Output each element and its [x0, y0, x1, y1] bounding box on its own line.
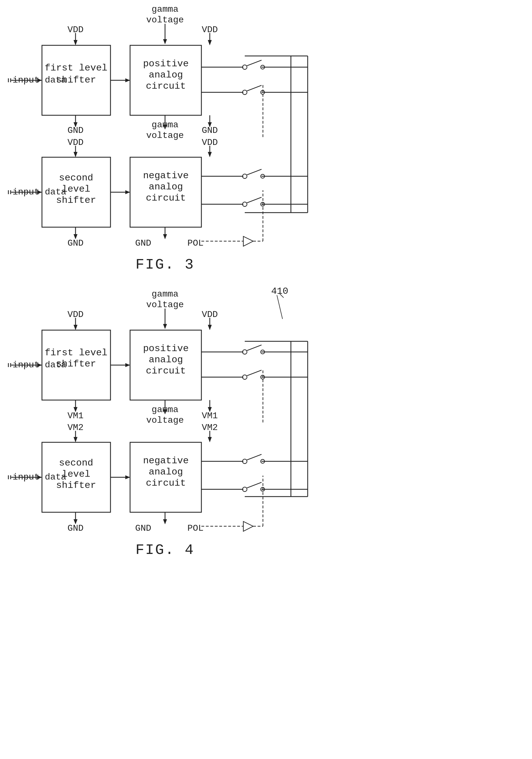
nac-text1: negative [143, 170, 189, 181]
vm1-label-pac: VM1 [202, 411, 218, 421]
gamma-voltage-label-fig4-pos2: voltage [146, 300, 184, 310]
switch-line-fig3-4 [247, 197, 261, 203]
gnd-label-fls: GND [67, 125, 84, 136]
arrow-vm2-nac [208, 437, 212, 442]
nac2-text1: negative [143, 456, 189, 466]
arrow-gamma-fig3-pos [163, 39, 167, 44]
nac-text2: analog [149, 181, 183, 192]
nac-text3: circuit [146, 193, 186, 203]
gnd-label-sls2: GND [67, 523, 84, 534]
pac-text2: analog [149, 70, 183, 80]
switch-line-fig3-2 [247, 85, 261, 91]
switch-line-fig4-3 [247, 454, 261, 460]
pac2-text1: positive [143, 343, 189, 354]
arrow-fls-to-pac [125, 78, 130, 82]
fls2-text1: first level [45, 347, 107, 358]
gamma-voltage-mid-label2: voltage [146, 130, 184, 141]
arrow-gnd-nac2 [163, 519, 167, 524]
gnd-label-nac2: GND [135, 523, 151, 534]
pol-buffer-fig4 [243, 521, 253, 531]
pac2-text2: analog [149, 354, 183, 365]
arrow-vdd-fig4-fls [74, 325, 77, 330]
pol-label-fig3: POL [187, 238, 204, 249]
arrow-gamma-fig4-pos [163, 324, 167, 329]
arrow-gnd-nac [163, 234, 167, 239]
arrow-vdd-sls [74, 152, 77, 157]
gnd-label-sls: GND [67, 238, 84, 249]
arrow-vdd-fls [74, 40, 77, 45]
positive-analog-circuit-box [130, 45, 201, 115]
gamma-voltage-mid-label-fig4-2: voltage [146, 415, 184, 425]
nac2-text2: analog [149, 467, 183, 477]
nac2-text3: circuit [146, 478, 186, 489]
svg-line-38 [277, 295, 283, 319]
gnd-label-nac: GND [135, 238, 151, 249]
pol-buffer-fig3 [243, 236, 253, 246]
pol-label-fig4: POL [187, 523, 204, 534]
ref-410: 410 [271, 286, 288, 297]
gamma-voltage-label-fig3-pos: gamma [152, 4, 178, 15]
fig3-label: FIG. 3 [135, 257, 194, 273]
arrow-vdd-pac [208, 40, 212, 45]
page: gamma voltage VDD VDD first level shifte… [0, 0, 532, 759]
arrow-sls-to-nac [125, 190, 130, 194]
positive-analog-circuit-box-fig4 [130, 330, 201, 400]
arrow-sls2-to-nac2 [125, 475, 130, 479]
pac-text1: positive [143, 59, 189, 69]
arrow-vm2-sls [74, 437, 77, 442]
negative-analog-circuit-box [130, 157, 201, 227]
vm1-label-fls: VM1 [67, 411, 84, 421]
switch-line-fig4-2 [247, 370, 261, 376]
fig4-label: FIG. 4 [135, 542, 194, 558]
switch-line-fig4-4 [247, 482, 261, 488]
gamma-voltage-label-fig4-pos: gamma [152, 289, 178, 300]
switch-line-fig3-1 [247, 60, 261, 66]
pac-text3: circuit [146, 81, 186, 92]
gnd-label-pac: GND [202, 125, 218, 136]
sls2-text1: second [59, 458, 93, 468]
switch-line-fig3-3 [247, 169, 261, 175]
switch-line-fig4-1 [247, 345, 261, 350]
pac2-text3: circuit [146, 366, 186, 376]
sls-text1: second [59, 173, 93, 183]
negative-analog-circuit-box-fig4 [130, 442, 201, 512]
arrow-fls2-to-pac2 [125, 363, 130, 367]
gamma-voltage-label-fig3-pos2: voltage [146, 15, 184, 25]
arrow-vdd-nac [208, 152, 212, 157]
fls-text1: first level [45, 63, 107, 73]
arrow-vdd-fig4-pac [208, 325, 212, 330]
